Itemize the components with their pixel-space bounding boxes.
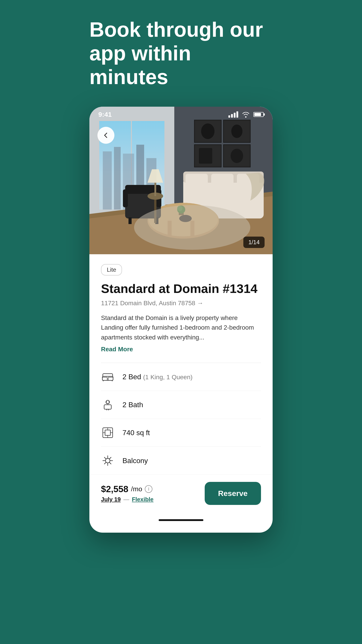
listing-image-section: 9:41	[89, 107, 273, 254]
price-section: $2,558 /mo i July 19 — Flexible	[101, 484, 153, 503]
svg-line-69	[109, 462, 111, 464]
svg-line-68	[104, 457, 106, 459]
listing-content: Lite Standard at Domain #1314 11721 Doma…	[89, 254, 273, 474]
balcony-icon	[101, 454, 114, 467]
svg-rect-11	[103, 152, 112, 210]
svg-rect-58	[105, 430, 110, 435]
svg-point-46	[231, 149, 243, 163]
svg-point-51	[106, 402, 107, 404]
status-bar: 9:41	[89, 107, 273, 122]
svg-point-54	[106, 401, 107, 402]
balcony-label: Balcony	[122, 456, 148, 465]
amenity-bed: 2 Bed (1 King, 1 Queen)	[101, 363, 261, 391]
svg-line-71	[104, 462, 106, 464]
amenity-balcony: Balcony	[101, 447, 261, 474]
page-headline: Book through our app within minutes	[89, 18, 273, 89]
svg-rect-37	[154, 183, 156, 196]
svg-point-53	[109, 402, 109, 404]
back-button[interactable]	[97, 127, 114, 144]
sqft-label: 740 sq ft	[122, 429, 150, 437]
svg-rect-47	[102, 376, 113, 380]
home-indicator	[159, 519, 203, 521]
bath-icon	[101, 398, 114, 412]
amenity-sqft: 740 sq ft	[101, 419, 261, 447]
svg-point-63	[105, 458, 110, 463]
svg-rect-18	[185, 174, 208, 192]
bed-icon	[101, 370, 114, 384]
image-counter: 1/14	[243, 236, 265, 248]
svg-rect-19	[211, 174, 234, 192]
listing-badge: Lite	[101, 264, 122, 276]
svg-rect-12	[114, 147, 121, 210]
phone-frame: 9:41	[89, 107, 273, 533]
svg-rect-8	[164, 120, 165, 210]
price-period: /mo	[131, 485, 142, 493]
wifi-icon	[242, 111, 250, 118]
price-amount: $2,558	[101, 484, 128, 494]
svg-rect-31	[123, 190, 128, 207]
read-more-link[interactable]: Read More	[101, 346, 261, 353]
svg-point-44	[231, 124, 242, 138]
svg-rect-48	[102, 377, 107, 380]
amenities-list: 2 Bed (1 King, 1 Queen)	[101, 363, 261, 474]
bed-label: 2 Bed (1 King, 1 Queen)	[122, 373, 193, 381]
status-icons	[228, 111, 264, 118]
status-time: 9:41	[98, 111, 112, 118]
sqft-icon	[101, 426, 114, 440]
svg-rect-33	[128, 217, 132, 224]
listing-address: 11721 Domain Blvd, Austin 78758 →	[101, 300, 261, 307]
reserve-button[interactable]: Reserve	[205, 482, 261, 505]
price-info-icon[interactable]: i	[145, 485, 152, 493]
svg-line-70	[109, 457, 111, 459]
svg-point-43	[201, 124, 215, 139]
bath-label: 2 Bath	[122, 401, 143, 409]
start-date[interactable]: July 19	[101, 496, 121, 503]
flexible-link[interactable]: Flexible	[132, 496, 153, 503]
amenity-bath: 2 Bath	[101, 391, 261, 419]
svg-point-38	[134, 205, 250, 250]
pricing-bar: $2,558 /mo i July 19 — Flexible Reserve	[89, 474, 273, 516]
svg-rect-45	[199, 148, 212, 164]
listing-title: Standard at Domain #1314	[101, 282, 261, 296]
battery-icon	[253, 112, 264, 117]
svg-rect-56	[104, 405, 111, 409]
svg-rect-49	[108, 377, 113, 380]
svg-point-55	[109, 401, 109, 402]
room-photo	[89, 107, 273, 254]
svg-point-52	[107, 403, 108, 404]
listing-description: Standard at the Domain is a lively prope…	[101, 313, 261, 342]
signal-icon	[228, 111, 238, 118]
